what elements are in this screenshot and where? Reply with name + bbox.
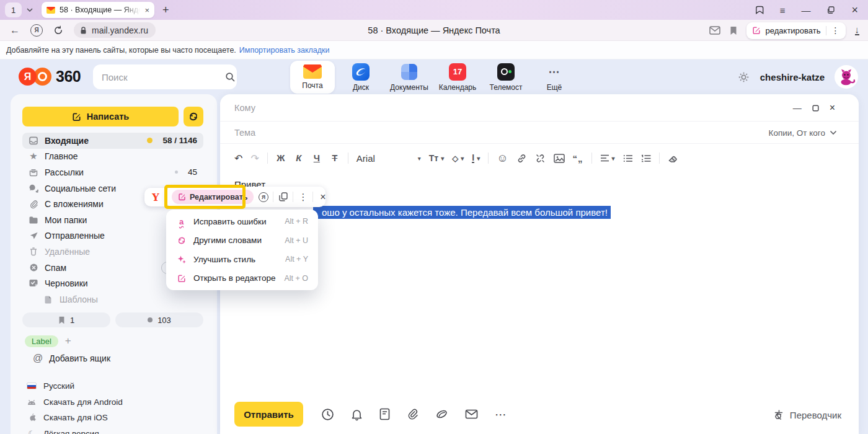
ios-download-link[interactable]: Скачать для iOS [27,410,200,426]
tab-close-icon[interactable]: × [144,6,149,15]
yandex-disk-icon[interactable] [435,409,448,420]
compose-maximize-icon[interactable] [812,105,819,112]
unread-filter-pill[interactable]: 103 [115,312,203,327]
app-documents[interactable]: Документы [387,61,432,94]
add-label-icon[interactable]: + [65,335,71,347]
saved-filter-pill[interactable]: 1 [22,312,110,327]
eraser-icon[interactable] [668,154,678,163]
send-button[interactable]: Отправить [234,402,303,427]
avatar[interactable] [835,65,858,89]
assistant-yandex-icon[interactable]: Я [254,192,273,202]
app-telemost[interactable]: Телемост [484,61,528,94]
label-tag[interactable]: Label [25,335,58,347]
window-close-icon[interactable]: × [851,4,858,17]
search-input[interactable] [102,72,225,82]
compose-minimize-icon[interactable]: — [793,103,802,113]
app-calendar[interactable]: 17 Календарь [435,61,480,94]
trash-icon [29,247,38,256]
saved-count: 1 [70,316,74,325]
highlight-color-select[interactable]: ◇ ▾ [452,154,464,163]
schedule-send-icon[interactable] [321,408,334,421]
menu-item-open-editor[interactable]: Открыть в редакторе Alt + O [166,269,318,288]
compose-button[interactable]: Написать [22,107,179,126]
app-mail[interactable]: Почта [290,61,335,94]
strikethrough-button[interactable]: Т [330,153,340,163]
to-field[interactable] [234,103,544,113]
tab-list-chevron-icon[interactable] [26,6,37,14]
assistant-edit-button[interactable]: Редактировать [172,190,254,204]
selected-text[interactable]: ошо у остальных кажется тоже. Передавай … [313,206,611,219]
font-size-select[interactable]: Tт ▾ [429,153,444,163]
numbered-list-icon[interactable] [641,154,651,162]
assistant-more-icon[interactable]: ⋮ [293,192,312,203]
back-icon[interactable]: ← [10,25,20,36]
yandex-360-logo[interactable]: Я 360 [19,68,81,86]
menu-item-fix-errors[interactable]: а Исправить ошибки Alt + R [166,212,318,231]
new-tab-button[interactable]: + [162,4,169,17]
light-version-link[interactable]: ☾ Лёгкая версия [27,426,200,434]
underline-button[interactable]: Ч [312,153,322,163]
more-apps-icon: ⋯ [549,63,560,81]
settings-gear-icon[interactable] [737,71,750,84]
editor-extension-button[interactable]: редактировать ⋮ [746,22,846,39]
folder-label: Входящие [45,136,141,146]
downloads-icon[interactable]: ↓ [855,25,860,35]
language-link[interactable]: Русский [27,378,200,394]
menu-item-rephrase[interactable]: Другими словами Alt + U [166,231,318,250]
lock-icon[interactable] [79,26,87,35]
android-download-link[interactable]: Скачать для Android [27,394,200,410]
align-select[interactable]: ▾ [600,154,615,162]
link-icon[interactable] [516,153,527,164]
browser-tab[interactable]: 58 · Входящие — Яндек × [42,2,154,18]
envelope-icon[interactable] [465,409,478,419]
side-panel-icon[interactable] [754,5,764,15]
sparkles-icon [176,255,187,264]
subject-field[interactable] [234,128,544,138]
url-field[interactable]: mail.yandex.ru [74,22,156,38]
mail-notifications-icon[interactable] [709,26,720,35]
more-options-icon[interactable]: ⋯ [495,407,507,422]
text-color-select[interactable]: I ▾ [472,154,480,163]
bullet-list-icon[interactable] [623,154,633,162]
folder-inbox[interactable]: Входящие 58 / 1146 [22,133,203,149]
window-restore-icon[interactable] [826,6,835,14]
copy-icon[interactable] [273,192,293,202]
editor-extension-menu-icon[interactable]: ⋮ [831,25,840,35]
user-name[interactable]: cheshire-katze [760,72,825,82]
reminder-bell-icon[interactable] [351,408,363,421]
app-more[interactable]: ⋯ Ещё [532,61,577,94]
insert-image-icon[interactable] [554,154,565,163]
bold-button[interactable]: Ж [276,153,286,163]
folder-newsletters[interactable]: Рассылки 45 [22,164,203,180]
menu-item-improve-style[interactable]: Улучшить стиль Alt + Y [166,250,318,269]
cc-from-toggle[interactable]: Копии, От кого [769,122,837,144]
browser-menu-icon[interactable]: ≡ [780,5,786,16]
bookmark-icon[interactable] [730,26,737,35]
quote-icon[interactable]: “„ [573,153,583,164]
search-icon[interactable] [225,72,236,82]
note-icon[interactable] [379,408,390,420]
font-family-select[interactable]: Arial ▾ [356,153,421,164]
assistant-trigger-button[interactable]: Y [144,188,167,206]
search-box[interactable] [93,64,237,89]
attach-file-icon[interactable] [407,408,418,420]
reload-icon[interactable] [53,25,63,35]
yandex-home-icon[interactable]: Я [30,24,43,37]
add-mailbox-button[interactable]: @ Добавить ящик [33,353,110,364]
italic-button[interactable]: К [294,153,304,163]
unlink-icon[interactable] [535,153,546,164]
translator-button[interactable]: Переводчик [773,409,841,420]
assistant-toolbar: Редактировать Я ⋮ × [166,187,326,207]
tab-counter-button[interactable]: 1 [5,2,22,17]
import-bookmarks-link[interactable]: Импортировать закладки [239,46,330,55]
undo-icon[interactable]: ↶ [234,153,242,164]
emoji-icon[interactable]: ☺ [497,152,508,165]
compose-close-icon[interactable]: × [830,102,835,113]
window-minimize-icon[interactable]: — [801,5,810,16]
folder-important[interactable]: ★ Главное [22,149,203,165]
folder-templates[interactable]: Шаблоны [22,291,203,308]
translator-label: Переводчик [790,410,841,420]
app-disk[interactable]: Диск [339,61,383,94]
refresh-button[interactable] [184,107,203,126]
assistant-close-icon[interactable]: × [313,192,332,203]
